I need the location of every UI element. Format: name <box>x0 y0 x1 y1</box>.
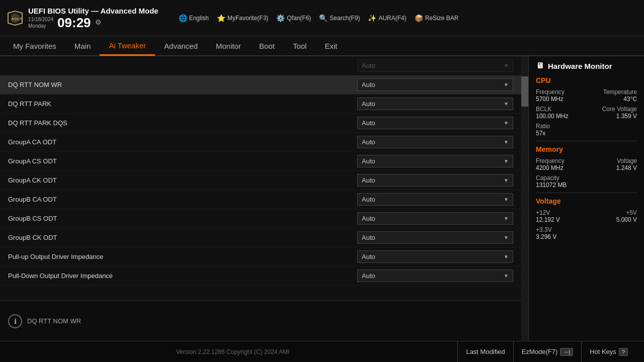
nav-main[interactable]: Main <box>65 36 100 55</box>
dq-rtt-park-row[interactable]: DQ RTT PARK Auto ▼ <box>0 95 521 114</box>
qfan-button[interactable]: ⚙️ Qfan(F6) <box>276 14 311 22</box>
dropdown-arrow-icon: ▼ <box>504 139 509 145</box>
asus-logo-icon: ASUS <box>6 9 24 27</box>
nav-boot[interactable]: Boot <box>250 36 284 55</box>
cpu-temperature-value: 43°C <box>603 96 637 103</box>
pulldown-output-driver-row[interactable]: Pull-Down Output Driver Impedance Auto ▼ <box>0 266 521 286</box>
memory-capacity-label: Capacity <box>536 174 567 182</box>
cpu-frequency-label: Frequency <box>536 88 565 96</box>
pulldown-output-driver-dropdown[interactable]: Auto ▼ <box>357 269 513 282</box>
groupb-cs-odt-dropdown[interactable]: Auto ▼ <box>357 212 513 225</box>
v33-label: +3.3V <box>536 226 556 233</box>
dq-rtt-nom-wr-dropdown[interactable]: Auto ▼ <box>357 78 513 91</box>
groupa-cs-odt-value: Auto <box>362 157 375 165</box>
groupa-ca-odt-value: Auto <box>362 138 375 146</box>
groupa-ca-odt-dropdown[interactable]: Auto ▼ <box>357 136 513 148</box>
v5-value: 5.000 V <box>616 216 637 223</box>
cpu-bclk-label: BCLK <box>536 106 569 113</box>
ezmode-key-icon: →| <box>560 348 573 356</box>
main-content: Auto ▼ DQ RTT NOM WR Auto ▼ DQ RTT PARK … <box>0 56 644 341</box>
last-modified-label: Last Modified <box>466 348 505 355</box>
voltage-12v-row: +12V 12.192 V +5V 5.000 V <box>536 209 637 223</box>
hw-divider-2 <box>536 193 637 193</box>
hw-monitor-title: 🖥 Hardware Monitor <box>536 61 637 70</box>
settings-content: Auto ▼ DQ RTT NOM WR Auto ▼ DQ RTT PARK … <box>0 56 521 341</box>
scrollbar-track[interactable] <box>521 56 528 341</box>
nav-monitor[interactable]: Monitor <box>207 36 250 55</box>
groupa-cs-odt-row[interactable]: GroupA CS ODT Auto ▼ <box>0 152 521 171</box>
memory-section-title: Memory <box>536 145 637 153</box>
my-favorite-button[interactable]: ⭐ MyFavorite(F3) <box>217 14 268 22</box>
nav-advanced[interactable]: Advanced <box>155 36 207 55</box>
dq-rtt-park-dropdown[interactable]: Auto ▼ <box>357 98 513 110</box>
nav-my-favorites[interactable]: My Favorites <box>4 36 65 55</box>
my-favorite-label: MyFavorite(F3) <box>227 15 268 22</box>
nav-ai-tweaker[interactable]: Ai Tweaker <box>100 37 155 56</box>
dq-rtt-nom-wr-row[interactable]: DQ RTT NOM WR Auto ▼ <box>0 75 521 95</box>
groupa-ck-odt-label: GroupA CK ODT <box>8 176 57 184</box>
settings-list: Auto ▼ DQ RTT NOM WR Auto ▼ DQ RTT PARK … <box>0 56 521 301</box>
nav-tool[interactable]: Tool <box>284 36 316 55</box>
search-label: Search(F9) <box>330 15 360 22</box>
datetime: 11/18/2024 Monday 09:29 ⚙ <box>28 16 158 29</box>
bar-icon: 📦 <box>415 14 423 22</box>
groupa-cs-odt-dropdown[interactable]: Auto ▼ <box>357 155 513 167</box>
dropdown-arrow-icon: ▼ <box>504 273 509 279</box>
dropdown-arrow-icon: ▼ <box>504 101 509 107</box>
groupb-ca-odt-row[interactable]: GroupB CA ODT Auto ▼ <box>0 190 521 209</box>
dropdown-arrow-icon: ▼ <box>504 216 509 221</box>
partial-row-dropdown[interactable]: Auto ▼ <box>357 59 513 72</box>
dropdown-arrow-icon: ▼ <box>504 235 509 240</box>
groupb-cs-odt-label: GroupB CS ODT <box>8 215 57 222</box>
dq-rtt-nom-wr-value: Auto <box>362 81 375 88</box>
partial-dropdown-value: Auto <box>362 62 375 69</box>
groupb-cs-odt-row[interactable]: GroupB CS ODT Auto ▼ <box>0 209 521 228</box>
groupb-ca-odt-dropdown[interactable]: Auto ▼ <box>357 193 513 206</box>
hardware-monitor-panel: 🖥 Hardware Monitor CPU Frequency 5700 MH… <box>528 56 644 341</box>
groupa-ck-odt-row[interactable]: GroupA CK ODT Auto ▼ <box>0 171 521 190</box>
star-icon: ⭐ <box>217 14 225 22</box>
groupb-ck-odt-dropdown[interactable]: Auto ▼ <box>357 231 513 244</box>
v12-value: 12.192 V <box>536 216 560 223</box>
hotkeys-button[interactable]: Hot Keys ? <box>581 341 636 363</box>
app-title: UEFI BIOS Utility — Advanced Mode <box>28 7 158 15</box>
dq-rtt-park-label: DQ RTT PARK <box>8 100 51 108</box>
time-display: 09:29 <box>57 16 91 29</box>
table-row: Auto ▼ <box>0 56 521 75</box>
dq-rtt-park-dqs-dropdown[interactable]: Auto ▼ <box>357 117 513 129</box>
pullup-output-driver-dropdown[interactable]: Auto ▼ <box>357 250 513 263</box>
groupa-cs-odt-label: GroupA CS ODT <box>8 157 57 165</box>
cpu-section-title: CPU <box>536 76 637 84</box>
nav-exit[interactable]: Exit <box>315 36 346 55</box>
memory-capacity-row: Capacity 131072 MB <box>536 174 637 189</box>
footer: Version 2.22.1286 Copyright (C) 2024 AMI… <box>0 341 644 362</box>
aura-button[interactable]: ✨ AURA(F4) <box>368 14 406 22</box>
groupb-ca-odt-value: Auto <box>362 196 375 203</box>
gear-icon: ⚙ <box>95 18 102 26</box>
navigation-bar: My Favorites Main Ai Tweaker Advanced Mo… <box>0 36 644 56</box>
pullup-output-driver-row[interactable]: Pull-up Output Driver Impedance Auto ▼ <box>0 247 521 266</box>
search-button[interactable]: 🔍 Search(F9) <box>319 14 360 22</box>
ezmode-button[interactable]: EzMode(F7) →| <box>513 341 581 363</box>
resize-bar-button[interactable]: 📦 ReSize BAR <box>415 14 459 22</box>
hw-divider-1 <box>536 141 637 141</box>
footer-actions: Last Modified EzMode(F7) →| Hot Keys ? <box>457 341 636 363</box>
info-icon: ℹ <box>8 314 22 328</box>
groupb-ca-odt-label: GroupB CA ODT <box>8 196 57 203</box>
last-modified-button[interactable]: Last Modified <box>457 341 513 363</box>
dropdown-arrow-icon: ▼ <box>504 158 509 164</box>
cpu-bclk-row: BCLK 100.00 MHz Core Voltage 1.359 V <box>536 106 637 120</box>
groupa-ca-odt-row[interactable]: GroupA CA ODT Auto ▼ <box>0 133 521 152</box>
groupa-ck-odt-value: Auto <box>362 176 375 184</box>
groupa-ck-odt-dropdown[interactable]: Auto ▼ <box>357 174 513 187</box>
scrollbar-thumb[interactable] <box>521 76 528 107</box>
dropdown-arrow-icon: ▼ <box>504 82 509 87</box>
language-selector[interactable]: 🌐 English <box>179 14 209 22</box>
v12-label: +12V <box>536 209 560 216</box>
cpu-core-voltage-value: 1.359 V <box>602 113 637 120</box>
memory-frequency-label: Frequency <box>536 157 565 164</box>
dq-rtt-park-dqs-row[interactable]: DQ RTT PARK DQS Auto ▼ <box>0 114 521 133</box>
groupb-ck-odt-row[interactable]: GroupB CK ODT Auto ▼ <box>0 228 521 247</box>
memory-frequency-value: 4200 MHz <box>536 164 565 171</box>
pulldown-output-driver-value: Auto <box>362 272 375 280</box>
